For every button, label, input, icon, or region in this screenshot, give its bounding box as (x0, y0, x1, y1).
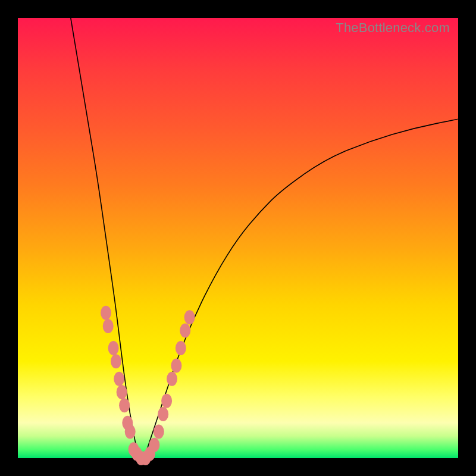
highlighted-dot (101, 306, 111, 320)
highlighted-dot (171, 359, 181, 373)
highlighted-dot (119, 398, 130, 412)
highlighted-dot (184, 310, 195, 324)
highlighted-dot (180, 323, 190, 337)
highlighted-dot (158, 407, 168, 421)
chart-svg (18, 18, 458, 458)
highlighted-dot (176, 341, 186, 355)
highlighted-dot (154, 425, 164, 439)
highlighted-dot (103, 319, 114, 333)
highlighted-dots-group (101, 306, 195, 465)
chart-frame: TheBottleneck.com (0, 0, 476, 476)
plot-area: TheBottleneck.com (18, 18, 458, 458)
highlighted-dot (114, 372, 124, 386)
highlighted-dot (167, 372, 177, 386)
highlighted-dot (161, 394, 172, 408)
highlighted-dot (108, 341, 119, 355)
highlighted-dot (111, 354, 121, 368)
bottleneck-curve (71, 18, 458, 457)
highlighted-dot (149, 438, 159, 452)
highlighted-dot (125, 425, 136, 439)
highlighted-dot (117, 385, 127, 399)
